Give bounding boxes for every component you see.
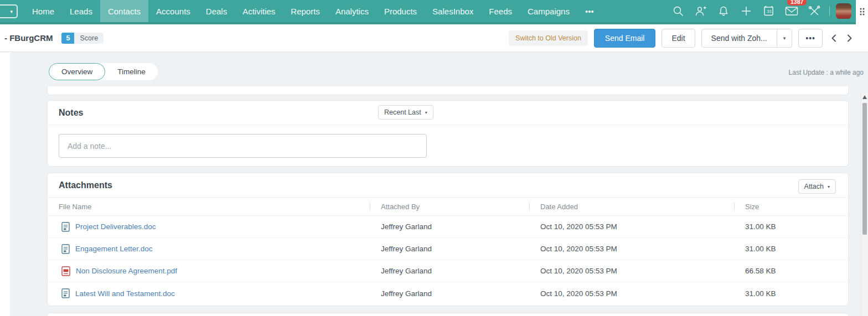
tab-overview[interactable]: Overview [49, 63, 105, 80]
column-header-attached-by: Attached By [370, 203, 529, 211]
left-edge-strip [0, 53, 10, 316]
nav-item[interactable]: Deals [198, 0, 235, 22]
nav-item[interactable]: Feeds [481, 0, 520, 22]
switch-to-old-version-button[interactable]: Switch to Old Version [509, 30, 588, 46]
tools-icon[interactable] [805, 3, 823, 19]
plus-icon[interactable] [737, 3, 755, 19]
chevron-right-icon [847, 34, 852, 42]
next-card-edge [47, 313, 849, 316]
attachment-date-added: Oct 10, 2020 05:53 PM [529, 245, 734, 253]
attachments-table-header: File Name Attached By Date Added Size [48, 198, 848, 216]
nav-item[interactable]: Campaigns [520, 0, 577, 22]
score-badge[interactable]: 5 Score [61, 33, 104, 44]
nav-item-label: Activities [242, 7, 275, 16]
user-avatar[interactable] [836, 3, 851, 19]
send-with-zoho-dropdown[interactable]: ▾ [777, 29, 792, 47]
attachments-title: Attachments [59, 180, 112, 190]
nav-item-label: ••• [585, 7, 594, 16]
nav-item-label: Products [384, 7, 417, 16]
attach-dropdown-button[interactable]: Attach ▾ [798, 179, 836, 194]
grip-dots-icon[interactable] [859, 7, 865, 16]
bell-icon[interactable] [714, 3, 732, 19]
attachment-date-added: Oct 10, 2020 05:53 PM [529, 267, 734, 275]
notes-header: Notes Recent Last ▾ [48, 101, 848, 125]
attachments-header: Attachments Attach ▾ [48, 173, 848, 198]
more-actions-button[interactable]: ••• [798, 29, 823, 48]
attachment-attached-by: Jeffrey Garland [370, 245, 529, 253]
nav-item-label: Campaigns [528, 7, 570, 16]
vertical-scrollbar[interactable] [861, 93, 868, 316]
pdf-file-icon [61, 266, 70, 276]
attachment-row: Non Disclosure Agreement.pdf Jeffrey Gar… [48, 260, 848, 282]
attachment-file-cell: Non Disclosure Agreement.pdf [48, 266, 370, 276]
column-header-file-name: File Name [48, 203, 370, 211]
next-record-button[interactable] [845, 33, 855, 43]
tab-overview-label: Overview [61, 68, 92, 76]
notes-sort-dropdown[interactable]: Recent Last ▾ [378, 105, 433, 120]
attachment-size: 66.58 KB [734, 267, 848, 275]
nav-item-label: Leads [70, 7, 92, 16]
attachment-attached-by: Jeffrey Garland [370, 289, 529, 298]
attachment-file-link[interactable]: Project Deliverables.doc [75, 222, 156, 231]
module-nav: Home Leads Contacts Accounts Deals [24, 0, 602, 22]
nav-item[interactable]: Reports [283, 0, 328, 22]
tab-timeline[interactable]: Timeline [105, 68, 158, 76]
attachment-file-link[interactable]: Latest Will and Testament.doc [75, 289, 175, 298]
mail-unread-badge: 1387 [787, 0, 807, 6]
column-header-size: Size [734, 203, 848, 211]
attachment-row: Latest Will and Testament.doc Jeffrey Ga… [48, 282, 848, 304]
nav-divider [829, 6, 830, 16]
zoho-crm-contact-page: ▾ Home Leads Contacts Accounts [0, 0, 868, 316]
nav-item-label: Contacts [108, 7, 141, 16]
nav-item[interactable]: Products [376, 0, 425, 22]
record-title: - FBurgCRM [4, 33, 53, 43]
nav-item-label: Deals [206, 7, 227, 16]
nav-item[interactable]: Accounts [148, 0, 198, 22]
attachment-attached-by: Jeffrey Garland [370, 267, 529, 275]
attachment-file-cell: Latest Will and Testament.doc [48, 288, 370, 298]
scrollbar-thumb[interactable] [862, 103, 867, 235]
attachment-size: 31.00 KB [734, 245, 848, 253]
tab-timeline-label: Timeline [117, 68, 146, 76]
column-header-date-added: Date Added [529, 203, 734, 211]
nav-item-label: Home [32, 7, 54, 16]
attachment-date-added: Oct 10, 2020 05:53 PM [529, 289, 734, 298]
attachment-file-link[interactable]: Non Disclosure Agreement.pdf [76, 267, 177, 275]
nav-item[interactable]: Leads [62, 0, 100, 22]
previous-record-button[interactable] [829, 33, 839, 43]
previous-card-edge [47, 86, 849, 95]
calendar-icon[interactable]: 31 [760, 3, 778, 19]
nav-item[interactable]: Contacts [100, 0, 148, 22]
edit-button[interactable]: Edit [662, 29, 695, 48]
file-type-icon [61, 222, 70, 232]
attachments-table-body: Project Deliverables.doc Jeffrey Garland… [48, 216, 848, 304]
send-with-zoho-button[interactable]: Send with Zoh... [702, 29, 777, 47]
search-icon[interactable] [669, 3, 687, 19]
nav-item[interactable]: Analytics [328, 0, 376, 22]
send-email-button[interactable]: Send Email [594, 29, 656, 48]
add-note-input[interactable] [59, 134, 427, 158]
mail-icon[interactable]: 1387 [782, 3, 800, 19]
caret-down-icon: ▾ [425, 110, 427, 115]
doc-file-icon [61, 244, 70, 254]
nav-item[interactable]: ••• [577, 0, 602, 22]
chevron-left-icon [831, 34, 836, 42]
scroll-up-arrow-icon[interactable] [862, 95, 867, 99]
nav-item[interactable]: Activities [235, 0, 283, 22]
attachments-section: Attachments Attach ▾ File Name Attached … [47, 173, 849, 306]
nav-item-label: Feeds [489, 7, 512, 16]
add-user-icon[interactable] [691, 3, 710, 19]
attachment-file-link[interactable]: Engagement Letter.doc [75, 245, 153, 253]
nav-item[interactable]: SalesInbox [425, 0, 481, 22]
nav-item[interactable]: Home [24, 0, 62, 22]
record-actions: Switch to Old Version Send Email Edit Se… [509, 29, 855, 48]
attach-label: Attach [804, 183, 824, 190]
score-value: 5 [61, 33, 74, 44]
org-dropdown-button[interactable]: ▾ [0, 4, 18, 18]
nav-item-label: Analytics [335, 7, 369, 16]
notes-sort-label: Recent Last [384, 108, 421, 116]
attachment-size: 31.00 KB [734, 222, 848, 231]
attachment-date-added: Oct 10, 2020 05:53 PM [529, 222, 734, 231]
attachment-file-cell: Project Deliverables.doc [48, 222, 370, 232]
notes-section: Notes Recent Last ▾ [47, 100, 849, 167]
